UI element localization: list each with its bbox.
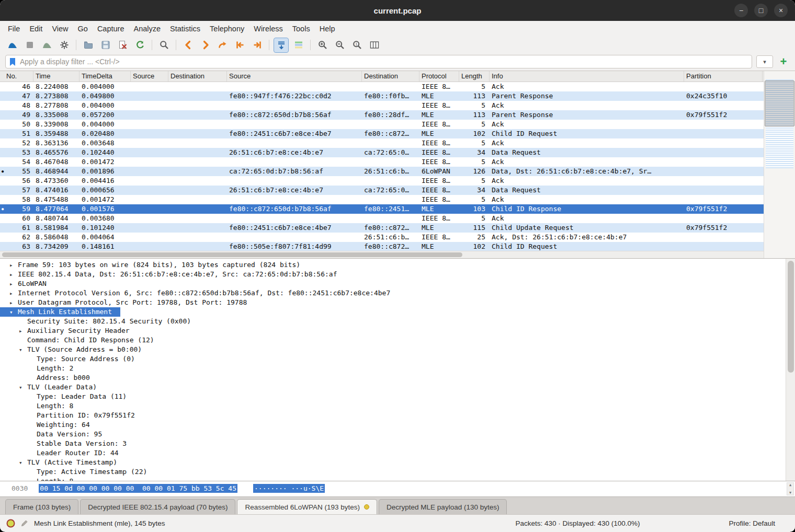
zoom-original-icon[interactable]: 1 <box>350 38 364 52</box>
packet-row[interactable]: 618.5819840.101240fe80::2451:c6b7:e8ce:4… <box>0 223 764 233</box>
open-file-icon[interactable] <box>81 38 95 52</box>
expand-arrow-icon[interactable]: ▾ <box>19 458 27 468</box>
packet-row[interactable]: ●558.4689440.001896ca:72:65:0d:b7:b8:56:… <box>0 167 764 176</box>
menu-item-statistics[interactable]: Statistics <box>165 22 205 35</box>
detail-line[interactable]: Data Version: 95 <box>0 430 786 439</box>
collapse-arrow-icon[interactable]: ▸ <box>9 261 18 270</box>
detail-line[interactable]: Length: 8 <box>0 401 786 411</box>
column-header-part[interactable]: Partition <box>684 71 763 82</box>
titlebar[interactable]: current.pcap −□× <box>0 0 795 21</box>
packet-row[interactable]: 578.4740160.00065626:51:c6:b7:e8:ce:4b:e… <box>0 186 764 195</box>
byte-view-tab[interactable]: Reassembled 6LoWPAN (193 bytes) <box>237 499 377 514</box>
detail-line[interactable]: ▸6LoWPAN <box>0 279 786 288</box>
packet-row[interactable]: 528.3631360.003648IEEE 8…5Ack <box>0 138 764 148</box>
menu-item-tools[interactable]: Tools <box>288 22 315 35</box>
collapse-arrow-icon[interactable]: ▸ <box>9 270 18 280</box>
detail-line[interactable]: Command: Child ID Response (12) <box>0 336 786 345</box>
vscrollbar-thumb[interactable] <box>765 80 794 126</box>
detail-line[interactable]: Security Suite: 802.15.4 Security (0x00) <box>0 317 786 326</box>
colorize-packets-icon[interactable] <box>291 38 305 52</box>
expert-info-icon[interactable] <box>6 519 15 528</box>
close-button[interactable]: × <box>774 4 788 17</box>
start-capture-icon[interactable] <box>5 38 19 52</box>
expand-arrow-icon[interactable]: ▾ <box>9 308 18 317</box>
packet-row[interactable]: 638.7342090.148161fe80::505e:f807:7f81:4… <box>0 242 764 251</box>
zoom-in-icon[interactable] <box>315 38 330 52</box>
byte-view-tab[interactable]: Frame (103 bytes) <box>5 499 78 514</box>
resize-columns-icon[interactable] <box>367 38 381 52</box>
scroll-up-icon[interactable]: ▲ <box>789 483 791 487</box>
go-last-packet-icon[interactable] <box>250 38 264 52</box>
column-header-len[interactable]: Length <box>459 71 490 82</box>
hex-bytes-selected[interactable]: 00 15 0d 00 00 00 00 00 00 00 01 75 bb 5… <box>39 484 237 493</box>
filter-add-button[interactable]: + <box>777 56 790 67</box>
column-header-info[interactable]: Info <box>490 71 684 82</box>
column-header-src[interactable]: Source <box>227 71 362 82</box>
menu-item-telephony[interactable]: Telephony <box>205 22 249 35</box>
packet-list-vscrollbar[interactable] <box>764 71 795 258</box>
menu-item-help[interactable]: Help <box>315 22 340 35</box>
filter-dropdown-button[interactable]: ▾ <box>756 55 773 68</box>
collapse-arrow-icon[interactable]: ▸ <box>19 327 27 336</box>
capture-options-icon[interactable] <box>57 38 71 52</box>
detail-line[interactable]: Length: 8 <box>0 477 786 481</box>
stop-capture-icon[interactable] <box>22 38 37 52</box>
reload-file-icon[interactable] <box>133 38 147 52</box>
zoom-out-icon[interactable] <box>333 38 347 52</box>
collapse-arrow-icon[interactable]: ▸ <box>9 289 18 298</box>
packet-row[interactable]: 498.3350080.057200fe80::c872:650d:b7b8:5… <box>0 110 764 120</box>
column-header-src1[interactable]: Source <box>131 71 168 82</box>
packet-row[interactable]: 538.4655760.10244026:51:c6:b7:e8:ce:4b:e… <box>0 148 764 157</box>
detail-line[interactable]: ▾Mesh Link Establishment <box>0 307 120 317</box>
packet-row[interactable]: 488.2778080.004000IEEE 8…5Ack <box>0 101 764 110</box>
minimize-button[interactable]: − <box>734 4 748 17</box>
packet-row[interactable]: 628.5860480.00406426:51:c6:b…IEEE 8…25Ac… <box>0 233 764 242</box>
detail-line[interactable]: ▸IEEE 802.15.4 Data, Dst: 26:51:c6:b7:e8… <box>0 270 786 279</box>
scroll-down-icon[interactable]: ▼ <box>789 491 791 495</box>
auto-scroll-icon[interactable] <box>274 38 288 52</box>
detail-line[interactable]: Type: Active Timestamp (22) <box>0 467 786 477</box>
filter-bookmark-icon[interactable] <box>9 57 17 66</box>
menu-item-capture[interactable]: Capture <box>93 22 129 35</box>
menu-item-file[interactable]: File <box>3 22 25 35</box>
go-back-icon[interactable] <box>181 38 195 52</box>
packet-row[interactable]: 518.3594880.020480fe80::2451:c6b7:e8ce:4… <box>0 129 764 138</box>
maximize-button[interactable]: □ <box>754 4 768 17</box>
packet-row[interactable]: 548.4670480.001472IEEE 8…5Ack <box>0 157 764 167</box>
detail-line[interactable]: Partition ID: 0x79f551f2 <box>0 411 786 420</box>
collapse-arrow-icon[interactable]: ▸ <box>9 298 18 308</box>
detail-vscrollbar[interactable] <box>786 259 795 481</box>
column-header-proto[interactable]: Protocol <box>419 71 459 82</box>
detail-line[interactable]: Weighting: 64 <box>0 420 786 430</box>
detail-vscrollbar-thumb[interactable] <box>788 261 794 373</box>
packet-row[interactable]: 468.2240080.004000IEEE 8…5Ack <box>0 82 764 91</box>
menu-item-view[interactable]: View <box>47 22 73 35</box>
hscrollbar-thumb[interactable] <box>2 252 462 257</box>
close-file-icon[interactable] <box>116 38 130 52</box>
detail-line[interactable]: ▸Frame 59: 103 bytes on wire (824 bits),… <box>0 260 786 270</box>
packet-row[interactable]: 478.2738080.049800fe80::947f:f476:22bc:c… <box>0 91 764 101</box>
save-file-icon[interactable] <box>98 38 112 52</box>
byte-view-tab[interactable]: Decrypted MLE payload (130 bytes) <box>379 499 507 514</box>
collapse-arrow-icon[interactable]: ▸ <box>9 280 18 289</box>
detail-line[interactable]: Type: Source Address (0) <box>0 354 786 364</box>
detail-line[interactable]: Address: b000 <box>0 373 786 383</box>
hex-line[interactable]: 003000 15 0d 00 00 00 00 00 00 00 01 75 … <box>0 481 795 492</box>
detail-line[interactable]: ▸Auxiliary Security Header <box>0 326 786 336</box>
detail-line[interactable]: ▸User Datagram Protocol, Src Port: 19788… <box>0 298 786 307</box>
packet-row[interactable]: 608.4807440.003680IEEE 8…5Ack <box>0 214 764 223</box>
detail-line[interactable]: ▸Internet Protocol Version 6, Src: fe80:… <box>0 288 786 298</box>
restart-capture-icon[interactable] <box>40 38 54 52</box>
packet-row[interactable]: 588.4754880.001472IEEE 8…5Ack <box>0 195 764 204</box>
packet-row[interactable]: 568.4733600.004416IEEE 8…5Ack <box>0 176 764 186</box>
status-profile[interactable]: Profile: Default <box>729 519 775 527</box>
expand-arrow-icon[interactable]: ▾ <box>19 345 27 355</box>
byte-view-scrollbar[interactable]: ▲▼ <box>787 482 794 495</box>
column-header-time[interactable]: Time <box>33 71 80 82</box>
packet-row[interactable]: 508.3390080.004000IEEE 8…5Ack <box>0 120 764 129</box>
byte-view-tab[interactable]: Decrypted IEEE 802.15.4 payload (70 byte… <box>80 499 235 514</box>
go-forward-icon[interactable] <box>198 38 212 52</box>
hex-ascii-selected[interactable]: ········ ···u·S\E <box>253 484 325 493</box>
column-header-dst[interactable]: Destination <box>362 71 419 82</box>
display-filter-box[interactable] <box>5 55 752 68</box>
